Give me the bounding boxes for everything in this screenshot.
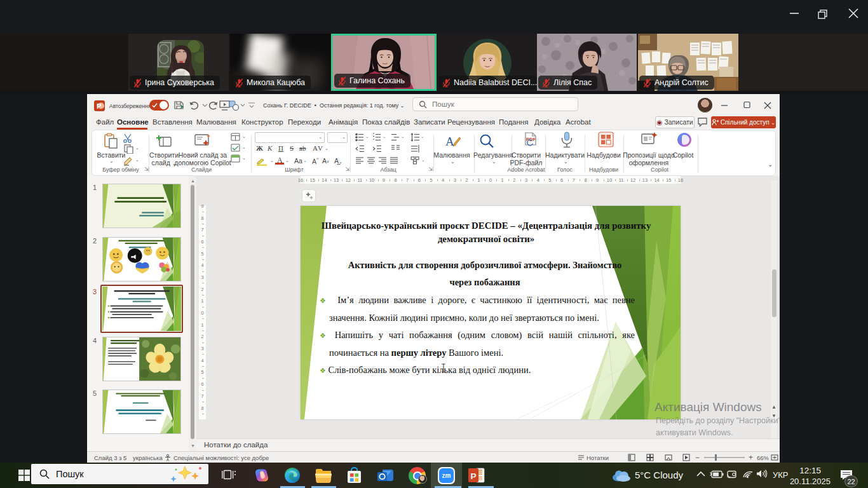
svg-text:P: P	[97, 102, 101, 110]
svg-text:P: P	[471, 471, 477, 481]
